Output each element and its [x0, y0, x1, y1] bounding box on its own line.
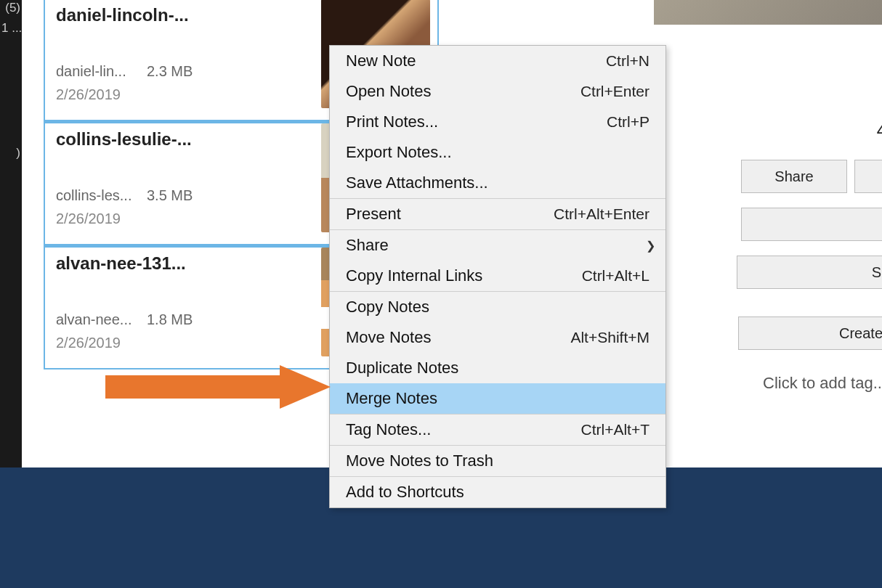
menu-tag-notes[interactable]: Tag Notes... Ctrl+Alt+T [330, 415, 665, 445]
menu-label: New Note [346, 52, 416, 70]
menu-copy-notes[interactable]: Copy Notes [330, 292, 665, 322]
menu-label: Save Attachments... [346, 173, 488, 192]
note-filename: collins-les... [56, 187, 132, 204]
note-title: alvan-nee-131... [56, 253, 186, 274]
menu-label: Move Notes to Trash [346, 452, 493, 470]
menu-hotkey: Alt+Shift+M [570, 329, 650, 346]
menu-present[interactable]: Present Ctrl+Alt+Enter [330, 199, 665, 229]
create-toc-button[interactable]: Create [738, 317, 882, 350]
submenu-arrow-icon: ❯ [646, 239, 655, 253]
menu-label: Add to Shortcuts [346, 483, 464, 502]
menu-share[interactable]: Share ❯ [330, 230, 665, 261]
note-filename: alvan-nee... [56, 311, 132, 328]
action-button[interactable] [741, 208, 882, 241]
menu-hotkey: Ctrl+N [606, 52, 650, 70]
menu-move-notes[interactable]: Move Notes Alt+Shift+M [330, 322, 665, 353]
menu-hotkey: Ctrl+Alt+Enter [554, 205, 650, 223]
create-toc-label: Create [839, 325, 882, 342]
menu-label: Merge Notes [346, 389, 437, 408]
menu-export-notes[interactable]: Export Notes... [330, 137, 665, 168]
action-button[interactable] [854, 160, 882, 193]
menu-label: Move Notes [346, 328, 431, 347]
menu-label: Export Notes... [346, 143, 452, 162]
share-button-label: Share [774, 168, 813, 185]
preview-image [654, 0, 882, 35]
menu-duplicate-notes[interactable]: Duplicate Notes [330, 353, 665, 383]
menu-add-to-shortcuts[interactable]: Add to Shortcuts [330, 477, 665, 507]
menu-hotkey: Ctrl+Alt+L [582, 267, 650, 285]
menu-move-to-trash[interactable]: Move Notes to Trash [330, 446, 665, 476]
note-title: daniel-lincoln-... [56, 5, 189, 25]
note-size: 3.5 MB [147, 187, 193, 204]
menu-label: Duplicate Notes [346, 359, 458, 377]
sidebar-text: ) [0, 145, 22, 161]
sidebar-text: (5) [0, 0, 22, 16]
count-label: 4 [877, 121, 882, 141]
note-size: 1.8 MB [147, 311, 193, 328]
menu-new-note[interactable]: New Note Ctrl+N [330, 46, 665, 76]
note-date: 2/26/2019 [56, 86, 121, 103]
action-button[interactable]: S [737, 256, 882, 289]
note-date: 2/26/2019 [56, 335, 121, 351]
sidebar-dark: (5) 1 ... ) [0, 0, 22, 467]
note-date: 2/26/2019 [56, 211, 121, 227]
add-tag-hint[interactable]: Click to add tag... [763, 374, 882, 393]
menu-hotkey: Ctrl+Enter [580, 83, 650, 100]
context-menu: New Note Ctrl+N Open Notes Ctrl+Enter Pr… [329, 45, 666, 508]
note-title: collins-lesulie-... [56, 129, 192, 150]
menu-label: Copy Notes [346, 298, 429, 317]
menu-hotkey: Ctrl+Alt+T [580, 421, 650, 438]
menu-merge-notes[interactable]: Merge Notes [330, 383, 665, 414]
menu-label: Open Notes [346, 82, 431, 101]
menu-label: Tag Notes... [346, 420, 431, 439]
note-filename: daniel-lin... [56, 63, 126, 80]
note-size: 2.3 MB [147, 63, 193, 80]
share-button[interactable]: Share [741, 160, 847, 193]
menu-label: Copy Internal Links [346, 266, 482, 285]
menu-print-notes[interactable]: Print Notes... Ctrl+P [330, 107, 665, 137]
menu-open-notes[interactable]: Open Notes Ctrl+Enter [330, 76, 665, 107]
menu-hotkey: Ctrl+P [607, 113, 650, 131]
menu-label: Present [346, 205, 401, 224]
menu-label: Share [346, 236, 389, 255]
action-button-label: S [872, 264, 881, 281]
menu-label: Print Notes... [346, 113, 438, 131]
menu-copy-internal-links[interactable]: Copy Internal Links Ctrl+Alt+L [330, 261, 665, 291]
menu-save-attachments[interactable]: Save Attachments... [330, 168, 665, 198]
sidebar-text: 1 ... [0, 20, 22, 36]
